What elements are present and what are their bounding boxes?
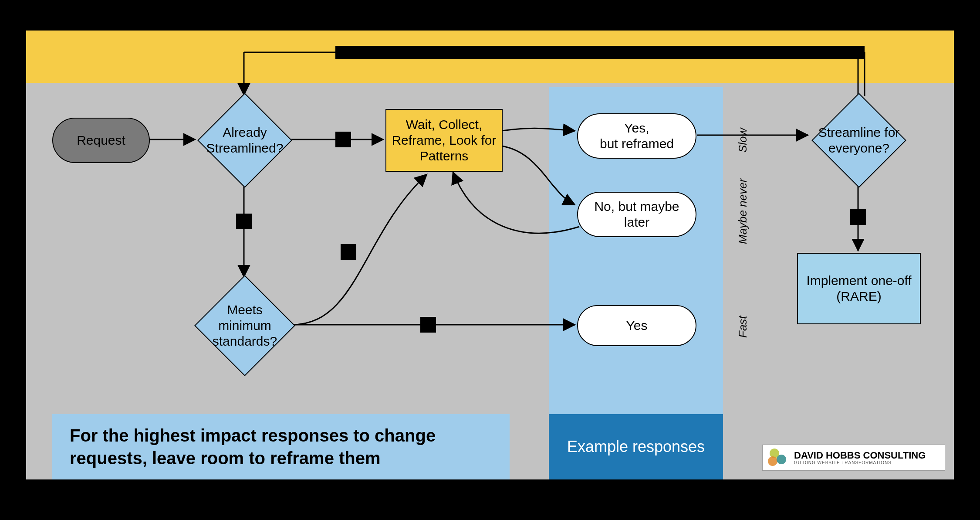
node-request: Request: [52, 118, 150, 163]
side-label-maybe: Maybe never: [736, 179, 750, 244]
node-request-label: Request: [77, 133, 125, 148]
response-yes-reframed-label: Yes, but reframed: [600, 120, 674, 152]
response-no-maybe-label: No, but maybe later: [578, 199, 696, 230]
node-already-streamlined-label: Already Streamlined?: [201, 125, 288, 156]
response-yes-label: Yes: [626, 318, 648, 333]
brand-line2: GUIDING WEBSITE TRANSFORMATIONS: [794, 460, 926, 465]
svg-line-3: [858, 52, 865, 97]
brand-logo-icon: [768, 449, 790, 467]
edge-marker: [341, 244, 356, 260]
edge-marker: [335, 132, 351, 147]
example-responses-banner: Example responses: [549, 414, 723, 479]
brand-badge: DAVID HOBBS CONSULTING GUIDING WEBSITE T…: [762, 445, 945, 471]
example-responses-banner-label: Example responses: [567, 438, 705, 456]
caption-text: For the highest impact responses to chan…: [52, 424, 510, 469]
caption-box: For the highest impact responses to chan…: [52, 414, 510, 479]
node-streamline-everyone-label: Streamline for everyone?: [815, 125, 902, 156]
edge-marker: [850, 209, 866, 225]
node-wait-collect: Wait, Collect, Reframe, Look for Pattern…: [385, 109, 503, 172]
diagram-stage: Request Already Streamlined? Meets minim…: [0, 0, 980, 520]
side-label-slow: Slow: [736, 128, 750, 153]
edge-marker: [236, 214, 252, 229]
response-yes: Yes: [577, 305, 696, 346]
node-implement-oneoff-label: Implement one-off (RARE): [798, 273, 920, 304]
side-label-fast: Fast: [736, 316, 750, 338]
response-no-maybe: No, but maybe later: [577, 192, 696, 237]
brand-line1: DAVID HOBBS CONSULTING: [794, 451, 926, 460]
node-wait-collect-label: Wait, Collect, Reframe, Look for Pattern…: [386, 117, 502, 164]
node-meets-standards-label: Meets minimum standards?: [201, 302, 288, 349]
node-implement-oneoff: Implement one-off (RARE): [797, 253, 921, 324]
edge-marker: [420, 317, 436, 333]
response-yes-reframed: Yes, but reframed: [577, 113, 696, 159]
